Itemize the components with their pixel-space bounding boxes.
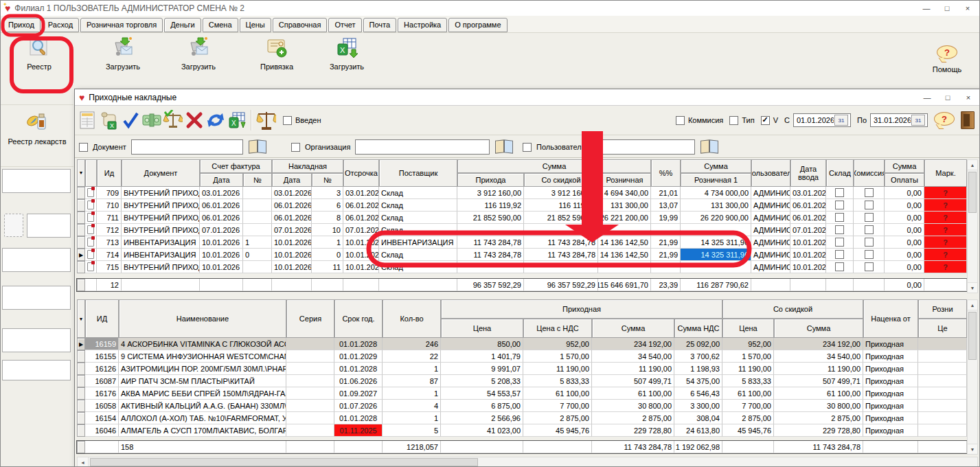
column-header-commission[interactable]: Комиссия — [854, 159, 885, 187]
cell-markup[interactable]: Приходная — [863, 400, 918, 412]
cell-expiry[interactable]: 01.01.2028 — [334, 412, 383, 424]
column-header-supplier[interactable]: Поставщик — [379, 159, 457, 187]
cell-sum2[interactable]: 234 192,00 — [774, 338, 863, 350]
entered-checkbox[interactable] — [283, 116, 292, 125]
column-header-document[interactable]: Документ — [122, 159, 200, 187]
cell-expiry[interactable]: 01.09.2027 — [334, 387, 383, 400]
cell-id[interactable]: 714 — [97, 249, 122, 261]
warehouse-checkbox[interactable] — [835, 238, 844, 247]
menu-tab[interactable]: Смена — [203, 18, 238, 32]
items-vertical-scrollbar[interactable]: ▲ ▼ — [967, 299, 978, 455]
cell-invoice-date[interactable]: 10.01.2026 — [200, 236, 243, 249]
cell-expiry[interactable]: 01.06.2026 — [334, 375, 383, 387]
cell-payment[interactable]: 0,00 — [885, 199, 924, 212]
cell-sum-vat[interactable]: 3 300,00 — [674, 400, 722, 412]
cell-document[interactable]: ИНВЕНТАРИЗАЦИЯ — [122, 249, 200, 261]
scroll-left-icon[interactable]: ◄ — [78, 457, 89, 467]
document-filter-input[interactable] — [131, 139, 243, 155]
cell-invoice-date[interactable]: 10.01.2026 — [200, 261, 243, 273]
column-header-pct[interactable]: %% — [651, 159, 681, 187]
binding-button[interactable]: Привязка — [245, 36, 308, 87]
scales-button[interactable] — [256, 108, 276, 133]
cell-qty[interactable]: 5 — [383, 424, 441, 437]
column-header-expiry[interactable]: Срок год. — [334, 299, 383, 338]
cell-invoice-num[interactable]: 0 — [243, 249, 272, 261]
cell-discounted[interactable] — [524, 261, 598, 273]
column-header-name[interactable]: Наименование — [119, 299, 286, 338]
cell-retail-price[interactable] — [918, 400, 967, 412]
cell-retail-price[interactable] — [918, 338, 967, 350]
type-filter[interactable]: Тип — [729, 116, 754, 125]
commission-checkbox[interactable] — [865, 238, 874, 247]
column-header-series[interactable]: Серия — [286, 299, 334, 338]
cell-expiry[interactable]: 01.01.2029 — [334, 350, 383, 363]
cell-retail-price[interactable] — [918, 412, 967, 424]
item-row[interactable]: 16126 АЗИТРОМИЦИН ПОР. 200МГ/5МЛ 30МЛ.\P… — [77, 363, 967, 375]
invoice-row[interactable]: ▶ 714 ИНВЕНТАРИЗАЦИЯ 10.01.2026 0 10.01.… — [77, 249, 967, 261]
cell-expiry[interactable]: 01.11.2025 — [334, 424, 383, 437]
cell-sum2[interactable]: 61 100,00 — [774, 387, 863, 400]
cell-payment[interactable]: 0,00 — [885, 224, 924, 236]
cell-incoming[interactable]: 11 743 284,78 — [457, 236, 524, 249]
item-row[interactable]: 16154 АЛЛОХОЛ (А-ХОЛ) ТАБ. №10\FARMFORMA… — [77, 412, 967, 424]
cell-price[interactable]: 850,00 — [441, 338, 523, 350]
column-header-num[interactable]: № — [243, 173, 272, 187]
cell-retail-price[interactable] — [918, 424, 967, 437]
cell-deferral[interactable]: 06.01.2026 — [343, 199, 379, 212]
drug-registry-button[interactable]: Реестр лекарств — [1, 107, 73, 165]
cell-invoice-num[interactable]: 1 — [243, 236, 272, 249]
payment-button[interactable] — [141, 108, 161, 133]
invoice-row[interactable]: 709 ВНУТРЕНИЙ ПРИХОД 03.01.2026 03.01.20… — [77, 187, 967, 199]
commission-checkbox[interactable] — [865, 188, 874, 197]
cell-waybill-date[interactable]: 10.01.2026 — [272, 236, 312, 249]
cell-id[interactable]: 715 — [97, 261, 122, 273]
menu-tab[interactable]: Деньги — [164, 18, 201, 32]
cell-price-vat[interactable]: 952,00 — [523, 338, 592, 350]
cell-series[interactable] — [286, 400, 334, 412]
cell-document[interactable]: ИНВЕНТАРИЗАЦИЯ — [122, 236, 200, 249]
column-header-num[interactable]: № — [312, 173, 343, 187]
cell-entry-date[interactable]: 07.01.2026 — [790, 224, 826, 236]
cell-discounted[interactable]: 11 743 284,78 — [524, 249, 598, 261]
invoice-row[interactable]: 712 ВНУТРЕНИЙ ПРИХОД 07.01.2026 07.01.20… — [77, 224, 967, 236]
item-row[interactable]: 16087 АИР ПАТЧ 3СМ-5М ПЛАСТЫР\КИТАЙ 01.0… — [77, 375, 967, 387]
organization-filter-input[interactable] — [355, 139, 490, 155]
cell-retail[interactable] — [598, 224, 651, 236]
cell-payment[interactable]: 0,00 — [885, 187, 924, 199]
menu-tab[interactable]: Настройка — [398, 18, 447, 32]
cell-deferral[interactable]: 06.01.2026 — [343, 212, 379, 224]
cell-document[interactable]: ВНУТРЕНИЙ ПРИХОД — [122, 199, 200, 212]
maximize-button[interactable]: □ — [937, 1, 957, 15]
column-header-price2[interactable]: Цена — [722, 319, 774, 338]
horizontal-scrollbar[interactable]: ◄ — [77, 457, 978, 467]
cell-pct[interactable] — [651, 261, 681, 273]
cell-waybill-date[interactable]: 07.01.2026 — [272, 224, 312, 236]
cell-sum[interactable]: 229 728,80 — [592, 424, 674, 437]
column-header-price[interactable]: Цена — [441, 319, 523, 338]
cell-price[interactable]: 41 023,00 — [441, 424, 523, 437]
cell-entry-date[interactable]: 10.01.2026 — [790, 236, 826, 249]
user-filter-checkbox[interactable] — [523, 143, 532, 152]
cell-retail[interactable] — [598, 261, 651, 273]
cell-mark[interactable]: ? — [924, 199, 967, 212]
cell-qty[interactable]: 1 — [383, 363, 441, 375]
cell-sum-vat[interactable]: 308,04 — [674, 412, 722, 424]
item-row[interactable]: 16176 АКВА МАРИС БЕБИ СПРЕЙ 150МЛ\ЯДРАН-… — [77, 387, 967, 400]
cell-id[interactable]: 16176 — [85, 387, 119, 400]
cell-mark[interactable]: ? — [924, 212, 967, 224]
scrollbar-thumb[interactable] — [968, 312, 977, 360]
menu-tab[interactable]: Почта — [363, 18, 397, 32]
cell-incoming[interactable] — [457, 224, 524, 236]
cell-sum[interactable]: 2 875,00 — [592, 412, 674, 424]
cell-name[interactable]: АКВА МАРИС БЕБИ СПРЕЙ 150МЛ\ЯДРАН-ГАЛЕ — [119, 387, 286, 400]
column-header-sum-vat[interactable]: Сумма НДС — [674, 319, 722, 338]
cell-deferral[interactable]: 10.01.2026 — [343, 261, 379, 273]
column-header-warehouse[interactable]: Склад — [826, 159, 854, 187]
sort-indicator[interactable]: ▼ — [77, 299, 85, 338]
cell-retail1[interactable]: 14 325 311,96 — [681, 249, 751, 261]
invoices-vertical-scrollbar[interactable]: ▲ ▼ — [967, 159, 978, 293]
cell-id[interactable]: 711 — [97, 212, 122, 224]
cell-sum[interactable]: 507 499,71 — [592, 375, 674, 387]
registry-button[interactable]: Реестр — [8, 36, 71, 87]
item-row[interactable]: 16046 АЛМАГЕЛЬ А СУСП 170МЛ\АКТАВИС, БОЛ… — [77, 424, 967, 437]
